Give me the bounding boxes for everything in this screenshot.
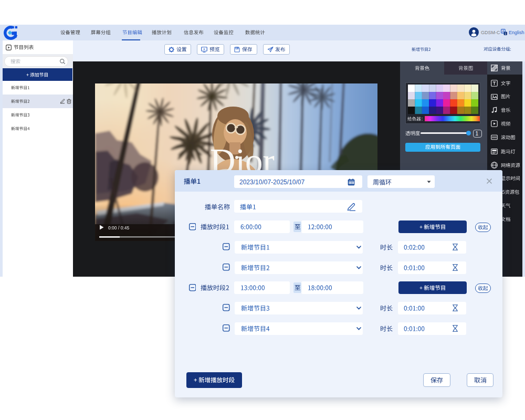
svg-text:0:00 / 0:45: 0:00 / 0:45: [108, 225, 129, 230]
svg-text:1: 1: [505, 32, 506, 35]
